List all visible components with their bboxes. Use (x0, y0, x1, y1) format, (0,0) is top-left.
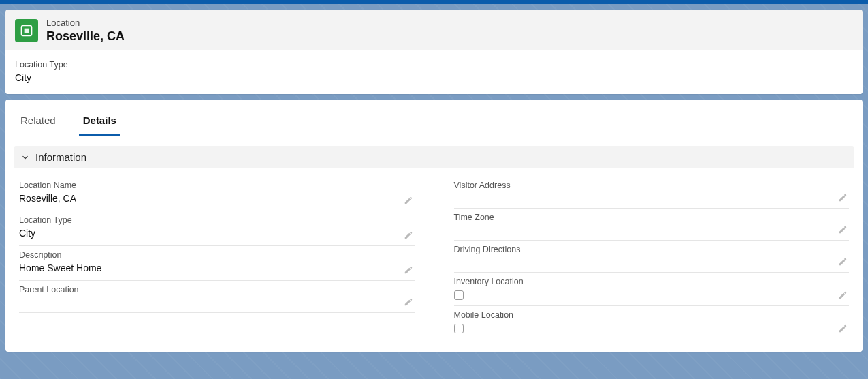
field-value: City (19, 228, 415, 240)
field-value (454, 225, 850, 234)
pencil-icon[interactable] (404, 297, 413, 307)
field-label: Parent Location (19, 285, 415, 294)
field-visitor-address: Visitor Address (454, 177, 850, 209)
field-mobile-location: Mobile Location (454, 306, 850, 339)
field-label: Inventory Location (454, 277, 850, 286)
field-value (454, 193, 850, 202)
field-value (19, 297, 415, 307)
field-parent-location: Parent Location (19, 281, 415, 313)
record-header-card: Location Roseville, CA Location Type Cit… (5, 10, 863, 94)
field-value (454, 257, 850, 267)
field-col-right: Visitor Address Time Zone Driving Direct… (454, 177, 850, 339)
field-time-zone: Time Zone (454, 209, 850, 241)
mobile-location-checkbox[interactable] (454, 324, 464, 333)
field-description: Description Home Sweet Home (19, 246, 415, 281)
pencil-icon[interactable] (404, 265, 413, 275)
tab-related[interactable]: Related (16, 109, 60, 136)
field-label: Time Zone (454, 213, 850, 222)
detail-card: Related Details Information Location Nam… (5, 100, 863, 352)
chevron-down-icon (20, 153, 30, 162)
field-label: Location Type (19, 215, 415, 225)
pencil-icon[interactable] (838, 324, 848, 333)
location-object-icon (15, 19, 38, 42)
field-location-name: Location Name Roseville, CA (19, 177, 415, 211)
field-col-left: Location Name Roseville, CA Location Typ… (19, 177, 415, 339)
field-value: Home Sweet Home (19, 262, 415, 275)
highlight-field-label: Location Type (15, 60, 853, 70)
inventory-location-checkbox[interactable] (454, 290, 464, 300)
pencil-icon[interactable] (404, 196, 413, 205)
tab-details[interactable]: Details (79, 109, 120, 136)
field-label: Driving Directions (454, 245, 850, 254)
field-label: Description (19, 250, 415, 260)
field-driving-directions: Driving Directions (454, 241, 850, 273)
section-title: Information (35, 151, 86, 163)
tab-bar: Related Details (14, 104, 854, 136)
object-type-label: Location (46, 18, 125, 28)
highlight-field-value: City (15, 72, 853, 83)
pencil-icon[interactable] (838, 290, 848, 300)
record-header-top: Location Roseville, CA (15, 18, 853, 44)
pencil-icon[interactable] (404, 230, 413, 240)
pencil-icon[interactable] (838, 257, 848, 267)
field-inventory-location: Inventory Location (454, 273, 850, 306)
field-location-type: Location Type City (19, 211, 415, 246)
field-label: Location Name (19, 181, 415, 190)
pencil-icon[interactable] (838, 225, 848, 234)
field-value: Roseville, CA (19, 193, 415, 205)
field-label: Visitor Address (454, 181, 850, 190)
field-label: Mobile Location (454, 310, 850, 320)
pencil-icon[interactable] (838, 193, 848, 202)
section-header-information[interactable]: Information (14, 146, 854, 168)
record-name: Roseville, CA (46, 29, 125, 44)
highlight-panel: Location Type City (5, 50, 863, 94)
